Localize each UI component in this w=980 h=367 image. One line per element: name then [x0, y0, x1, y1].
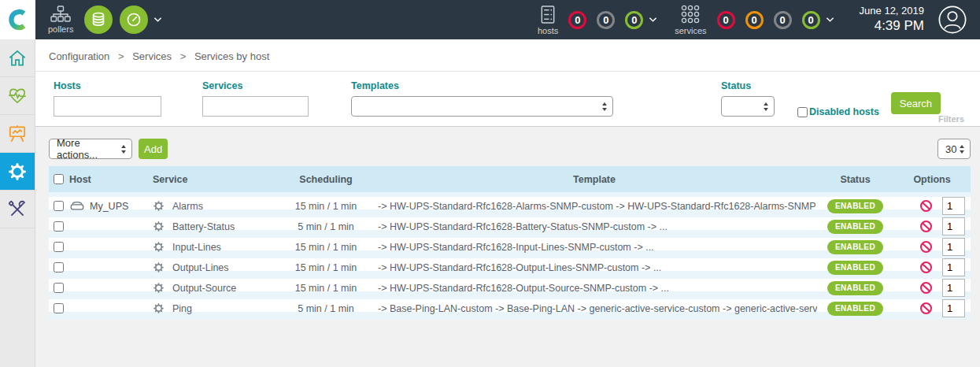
- services-warning-counter[interactable]: 0: [745, 11, 764, 29]
- templates-select[interactable]: [351, 96, 613, 117]
- database-icon: [90, 11, 107, 28]
- status-badge: ENABLED: [827, 261, 883, 275]
- gauge-icon: [125, 11, 142, 28]
- select-arrows-icon: [763, 102, 769, 112]
- chevron-down-icon[interactable]: [826, 17, 834, 23]
- duplicate-count-input[interactable]: [942, 217, 965, 235]
- row-checkbox[interactable]: [54, 242, 64, 252]
- row-checkbox[interactable]: [54, 303, 64, 313]
- services-unknown-counter[interactable]: 0: [774, 11, 792, 29]
- status-select[interactable]: [721, 96, 775, 117]
- page-size-select[interactable]: 30: [937, 139, 971, 159]
- page-size-value: 30: [945, 143, 956, 155]
- duplicate-count-input[interactable]: [942, 299, 965, 317]
- service-name[interactable]: Alarms: [172, 201, 203, 212]
- duplicate-count-input[interactable]: [942, 238, 965, 256]
- hosts-label: hosts: [538, 26, 558, 35]
- services-filter-label: Services: [202, 80, 309, 91]
- hosts-up-counter[interactable]: 0: [625, 11, 643, 29]
- services-filter-input[interactable]: [202, 96, 309, 117]
- sidebar-item-monitoring[interactable]: [0, 77, 35, 115]
- sidebar-item-configuration[interactable]: [0, 153, 35, 191]
- pollers-menu[interactable]: pollers: [48, 6, 73, 34]
- service-gear-icon: [153, 221, 165, 232]
- select-arrows-icon: [959, 144, 965, 154]
- duplicate-count-input[interactable]: [942, 279, 965, 297]
- duplicate-count-input[interactable]: [942, 197, 965, 215]
- template-chain: -> HW-UPS-Standard-Rfc1628-Output-Source…: [372, 283, 817, 294]
- services-status-menu[interactable]: services: [675, 4, 706, 35]
- duplicate-count-input[interactable]: [942, 258, 965, 276]
- status-filter-label: Status: [721, 80, 775, 91]
- user-menu[interactable]: [937, 5, 967, 35]
- hosts-unreachable-counter[interactable]: 0: [597, 11, 615, 29]
- service-name[interactable]: Battery-Status: [172, 221, 235, 232]
- current-date: June 12, 2019: [860, 5, 924, 18]
- disable-service-icon[interactable]: [919, 240, 933, 254]
- status-badge: ENABLED: [827, 302, 883, 316]
- disabled-hosts-checkbox[interactable]: [797, 107, 808, 117]
- sidebar-item-reporting[interactable]: [0, 115, 35, 153]
- database-status-button[interactable]: [84, 6, 113, 34]
- services-label: services: [675, 26, 706, 35]
- toolbar: More actions... Add 30: [35, 127, 980, 159]
- pollers-icon: [50, 6, 71, 23]
- breadcrumb-services[interactable]: Services: [132, 50, 172, 62]
- services-icon: [680, 4, 701, 24]
- hosts-status-menu[interactable]: hosts: [538, 5, 558, 35]
- centreon-logo[interactable]: [0, 0, 35, 39]
- disable-service-icon[interactable]: [919, 261, 933, 274]
- chevron-down-icon[interactable]: [649, 17, 657, 23]
- row-checkbox[interactable]: [54, 221, 64, 232]
- scheduling-value: 15 min / 1 min: [280, 283, 372, 294]
- datetime: June 12, 2019 4:39 PM: [860, 5, 924, 35]
- service-gear-icon: [153, 282, 165, 294]
- current-time: 4:39 PM: [860, 17, 924, 35]
- disabled-hosts-option[interactable]: Disabled hosts: [797, 72, 879, 126]
- disable-service-icon[interactable]: [919, 302, 933, 315]
- select-all-checkbox[interactable]: [54, 174, 64, 184]
- more-actions-value: More actions...: [57, 137, 120, 161]
- disable-service-icon[interactable]: [919, 281, 933, 295]
- search-button[interactable]: Search: [891, 92, 941, 114]
- presentation-chart-icon: [7, 124, 28, 144]
- templates-filter-label: Templates: [351, 80, 613, 91]
- service-name[interactable]: Output-Lines: [172, 262, 229, 273]
- hosts-filter-input[interactable]: [54, 96, 161, 117]
- sidebar: [0, 39, 35, 367]
- status-badge: ENABLED: [827, 199, 883, 213]
- sidebar-item-home[interactable]: [0, 39, 35, 77]
- service-name[interactable]: Input-Lines: [172, 242, 221, 253]
- disable-service-icon[interactable]: [919, 199, 933, 213]
- template-chain: -> HW-UPS-Standard-Rfc1628-Output-Lines-…: [372, 262, 817, 273]
- sidebar-item-administration[interactable]: [0, 191, 35, 228]
- engine-status-button[interactable]: [120, 6, 148, 34]
- home-icon: [7, 48, 28, 69]
- status-badge: ENABLED: [827, 281, 883, 295]
- host-icon: [69, 200, 85, 212]
- main-content: Configuration > Services > Services by h…: [35, 39, 980, 367]
- table-row: Ping 5 min / 1 min -> Base-Ping-LAN-cust…: [49, 299, 971, 320]
- service-name[interactable]: Ping: [172, 303, 192, 314]
- row-checkbox[interactable]: [54, 201, 64, 211]
- breadcrumb-separator: >: [118, 50, 124, 62]
- hosts-filter-label: Hosts: [54, 80, 161, 91]
- service-gear-icon: [153, 261, 165, 273]
- select-arrows-icon: [120, 144, 127, 154]
- more-actions-select[interactable]: More actions...: [49, 139, 132, 159]
- services-critical-counter[interactable]: 0: [717, 11, 735, 29]
- add-button[interactable]: Add: [139, 139, 168, 159]
- scheduling-value: 15 min / 1 min: [280, 242, 372, 253]
- service-name[interactable]: Output-Source: [172, 283, 236, 294]
- row-checkbox[interactable]: [54, 262, 64, 272]
- centreon-logo-icon: [6, 8, 30, 32]
- services-ok-counter[interactable]: 0: [802, 11, 820, 29]
- breadcrumb-configuration[interactable]: Configuration: [49, 50, 109, 62]
- hosts-down-counter[interactable]: 0: [568, 11, 586, 29]
- disable-service-icon[interactable]: [919, 220, 933, 233]
- hosts-icon: [538, 5, 557, 24]
- row-checkbox[interactable]: [54, 283, 64, 293]
- host-name[interactable]: My_UPS: [90, 201, 128, 212]
- pollers-label: pollers: [48, 24, 73, 34]
- chevron-down-icon[interactable]: [153, 17, 162, 23]
